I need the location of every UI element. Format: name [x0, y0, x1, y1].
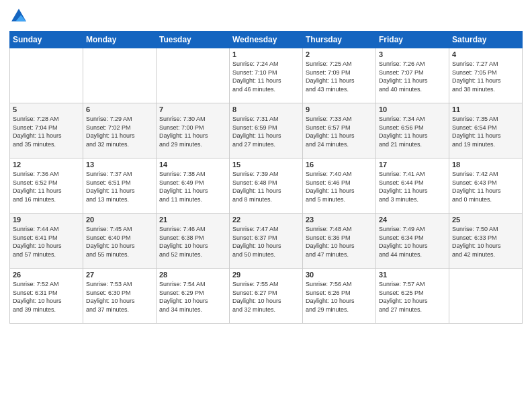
cell-5-1: 26Sunrise: 7:52 AM Sunset: 6:31 PM Dayli…	[10, 269, 83, 324]
header	[9, 7, 523, 26]
cell-2-1: 5Sunrise: 7:28 AM Sunset: 7:04 PM Daylig…	[10, 103, 83, 158]
cell-content: Sunrise: 7:44 AM Sunset: 6:41 PM Dayligh…	[13, 225, 80, 259]
cell-content: Sunrise: 7:26 AM Sunset: 7:07 PM Dayligh…	[379, 60, 446, 93]
cell-3-1: 12Sunrise: 7:36 AM Sunset: 6:52 PM Dayli…	[10, 158, 83, 214]
cell-2-2: 6Sunrise: 7:29 AM Sunset: 7:02 PM Daylig…	[83, 103, 157, 158]
cell-content: Sunrise: 7:25 AM Sunset: 7:09 PM Dayligh…	[306, 60, 373, 93]
cell-1-2	[83, 48, 157, 103]
cell-content: Sunrise: 7:36 AM Sunset: 6:52 PM Dayligh…	[13, 170, 80, 203]
cell-content: Sunrise: 7:34 AM Sunset: 6:56 PM Dayligh…	[379, 115, 446, 148]
day-number: 17	[379, 161, 446, 169]
calendar-header: SundayMondayTuesdayWednesdayThursdayFrid…	[10, 32, 523, 48]
day-number: 22	[232, 216, 300, 224]
day-number: 13	[86, 161, 153, 169]
cell-3-4: 15Sunrise: 7:39 AM Sunset: 6:48 PM Dayli…	[230, 158, 303, 214]
cell-1-4: 1Sunrise: 7:24 AM Sunset: 7:10 PM Daylig…	[230, 48, 303, 103]
cell-1-3	[157, 48, 230, 103]
day-number: 24	[379, 216, 446, 224]
cell-5-6: 31Sunrise: 7:57 AM Sunset: 6:25 PM Dayli…	[376, 269, 449, 324]
cell-4-5: 23Sunrise: 7:48 AM Sunset: 6:36 PM Dayli…	[303, 214, 376, 269]
cell-content: Sunrise: 7:29 AM Sunset: 7:02 PM Dayligh…	[86, 115, 153, 148]
day-number: 29	[232, 271, 300, 279]
cell-5-3: 28Sunrise: 7:54 AM Sunset: 6:29 PM Dayli…	[157, 269, 230, 324]
col-header-thursday: Thursday	[303, 32, 376, 48]
cell-4-2: 20Sunrise: 7:45 AM Sunset: 6:40 PM Dayli…	[83, 214, 157, 269]
day-number: 8	[232, 105, 300, 113]
week-row-3: 12Sunrise: 7:36 AM Sunset: 6:52 PM Dayli…	[10, 158, 523, 214]
cell-5-4: 29Sunrise: 7:55 AM Sunset: 6:27 PM Dayli…	[230, 269, 303, 324]
cell-content: Sunrise: 7:33 AM Sunset: 6:57 PM Dayligh…	[306, 115, 373, 148]
cell-5-7	[449, 269, 523, 324]
day-number: 19	[13, 216, 80, 224]
week-row-4: 19Sunrise: 7:44 AM Sunset: 6:41 PM Dayli…	[10, 214, 523, 269]
logo-icon	[9, 7, 28, 26]
cell-4-1: 19Sunrise: 7:44 AM Sunset: 6:41 PM Dayli…	[10, 214, 83, 269]
day-number: 1	[232, 50, 300, 58]
day-number: 16	[306, 161, 373, 169]
day-number: 23	[306, 216, 373, 224]
day-number: 12	[13, 161, 80, 169]
cell-content: Sunrise: 7:50 AM Sunset: 6:33 PM Dayligh…	[452, 225, 519, 259]
col-header-monday: Monday	[83, 32, 157, 48]
cell-content: Sunrise: 7:45 AM Sunset: 6:40 PM Dayligh…	[86, 225, 153, 259]
cell-content: Sunrise: 7:56 AM Sunset: 6:26 PM Dayligh…	[306, 280, 373, 314]
cell-content: Sunrise: 7:42 AM Sunset: 6:43 PM Dayligh…	[452, 170, 519, 203]
col-header-sunday: Sunday	[10, 32, 83, 48]
cell-2-3: 7Sunrise: 7:30 AM Sunset: 7:00 PM Daylig…	[157, 103, 230, 158]
cell-content: Sunrise: 7:27 AM Sunset: 7:05 PM Dayligh…	[452, 60, 519, 93]
cell-4-3: 21Sunrise: 7:46 AM Sunset: 6:38 PM Dayli…	[157, 214, 230, 269]
cell-1-1	[10, 48, 83, 103]
day-number: 14	[159, 161, 226, 169]
cell-1-5: 2Sunrise: 7:25 AM Sunset: 7:09 PM Daylig…	[303, 48, 376, 103]
day-number: 11	[452, 105, 519, 113]
col-header-friday: Friday	[376, 32, 449, 48]
cell-content: Sunrise: 7:28 AM Sunset: 7:04 PM Dayligh…	[13, 115, 80, 148]
cell-content: Sunrise: 7:30 AM Sunset: 7:00 PM Dayligh…	[159, 115, 226, 148]
cell-3-5: 16Sunrise: 7:40 AM Sunset: 6:46 PM Dayli…	[303, 158, 376, 214]
cell-2-4: 8Sunrise: 7:31 AM Sunset: 6:59 PM Daylig…	[230, 103, 303, 158]
day-number: 18	[452, 161, 519, 169]
cell-content: Sunrise: 7:52 AM Sunset: 6:31 PM Dayligh…	[13, 280, 80, 314]
cell-2-5: 9Sunrise: 7:33 AM Sunset: 6:57 PM Daylig…	[303, 103, 376, 158]
day-number: 5	[13, 105, 80, 113]
cell-1-7: 4Sunrise: 7:27 AM Sunset: 7:05 PM Daylig…	[449, 48, 523, 103]
week-row-5: 26Sunrise: 7:52 AM Sunset: 6:31 PM Dayli…	[10, 269, 523, 324]
cell-content: Sunrise: 7:49 AM Sunset: 6:34 PM Dayligh…	[379, 225, 446, 259]
cell-content: Sunrise: 7:40 AM Sunset: 6:46 PM Dayligh…	[306, 170, 373, 203]
day-number: 10	[379, 105, 446, 113]
col-header-saturday: Saturday	[449, 32, 523, 48]
day-number: 4	[452, 50, 519, 58]
day-number: 15	[232, 161, 300, 169]
cell-content: Sunrise: 7:38 AM Sunset: 6:49 PM Dayligh…	[159, 170, 226, 203]
day-number: 2	[306, 50, 373, 58]
cell-4-7: 25Sunrise: 7:50 AM Sunset: 6:33 PM Dayli…	[449, 214, 523, 269]
logo	[9, 7, 31, 26]
cell-3-2: 13Sunrise: 7:37 AM Sunset: 6:51 PM Dayli…	[83, 158, 157, 214]
cell-5-2: 27Sunrise: 7:53 AM Sunset: 6:30 PM Dayli…	[83, 269, 157, 324]
week-row-1: 1Sunrise: 7:24 AM Sunset: 7:10 PM Daylig…	[10, 48, 523, 103]
cell-content: Sunrise: 7:57 AM Sunset: 6:25 PM Dayligh…	[379, 280, 446, 314]
day-number: 31	[379, 271, 446, 279]
cell-content: Sunrise: 7:39 AM Sunset: 6:48 PM Dayligh…	[232, 170, 300, 203]
cell-4-6: 24Sunrise: 7:49 AM Sunset: 6:34 PM Dayli…	[376, 214, 449, 269]
week-row-2: 5Sunrise: 7:28 AM Sunset: 7:04 PM Daylig…	[10, 103, 523, 158]
cell-content: Sunrise: 7:55 AM Sunset: 6:27 PM Dayligh…	[232, 280, 300, 314]
day-number: 21	[159, 216, 226, 224]
col-header-wednesday: Wednesday	[230, 32, 303, 48]
cell-2-6: 10Sunrise: 7:34 AM Sunset: 6:56 PM Dayli…	[376, 103, 449, 158]
cell-content: Sunrise: 7:31 AM Sunset: 6:59 PM Dayligh…	[232, 115, 300, 148]
cell-content: Sunrise: 7:47 AM Sunset: 6:37 PM Dayligh…	[232, 225, 300, 259]
col-header-tuesday: Tuesday	[157, 32, 230, 48]
cell-3-3: 14Sunrise: 7:38 AM Sunset: 6:49 PM Dayli…	[157, 158, 230, 214]
header-row: SundayMondayTuesdayWednesdayThursdayFrid…	[10, 32, 523, 48]
cell-1-6: 3Sunrise: 7:26 AM Sunset: 7:07 PM Daylig…	[376, 48, 449, 103]
cell-content: Sunrise: 7:53 AM Sunset: 6:30 PM Dayligh…	[86, 280, 153, 314]
day-number: 9	[306, 105, 373, 113]
cell-content: Sunrise: 7:48 AM Sunset: 6:36 PM Dayligh…	[306, 225, 373, 259]
cell-content: Sunrise: 7:41 AM Sunset: 6:44 PM Dayligh…	[379, 170, 446, 203]
calendar-table: SundayMondayTuesdayWednesdayThursdayFrid…	[9, 31, 523, 324]
day-number: 20	[86, 216, 153, 224]
day-number: 3	[379, 50, 446, 58]
day-number: 6	[86, 105, 153, 113]
cell-3-7: 18Sunrise: 7:42 AM Sunset: 6:43 PM Dayli…	[449, 158, 523, 214]
